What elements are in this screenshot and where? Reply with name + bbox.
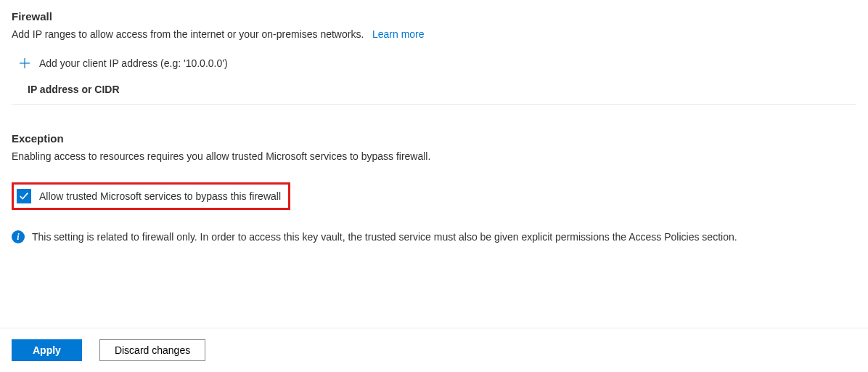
firewall-heading: Firewall xyxy=(12,10,856,23)
add-client-ip-label: Add your client IP address (e.g: '10.0.0… xyxy=(39,57,228,69)
info-message-text: This setting is related to firewall only… xyxy=(32,231,737,243)
ip-address-column-header: IP address or CIDR xyxy=(12,79,856,105)
exception-section: Exception Enabling access to resources r… xyxy=(12,132,856,275)
add-client-ip-button[interactable]: Add your client IP address (e.g: '10.0.0… xyxy=(12,53,856,79)
discard-changes-button[interactable]: Discard changes xyxy=(99,339,205,361)
exception-heading: Exception xyxy=(12,132,856,145)
trusted-services-checkbox-label: Allow trusted Microsoft services to bypa… xyxy=(39,190,281,202)
info-message: i This setting is related to firewall on… xyxy=(12,230,856,275)
highlighted-setting: Allow trusted Microsoft services to bypa… xyxy=(12,182,290,210)
plus-icon xyxy=(19,57,30,69)
firewall-section: Firewall Add IP ranges to allow access f… xyxy=(12,10,856,105)
trusted-services-checkbox[interactable] xyxy=(17,189,31,203)
info-icon: i xyxy=(12,230,25,243)
footer-actions: Apply Discard changes xyxy=(0,328,868,372)
exception-description: Enabling access to resources requires yo… xyxy=(12,150,856,162)
firewall-description: Add IP ranges to allow access from the i… xyxy=(12,28,856,40)
firewall-description-text: Add IP ranges to allow access from the i… xyxy=(12,28,364,40)
apply-button[interactable]: Apply xyxy=(12,339,82,361)
learn-more-link[interactable]: Learn more xyxy=(372,28,425,40)
